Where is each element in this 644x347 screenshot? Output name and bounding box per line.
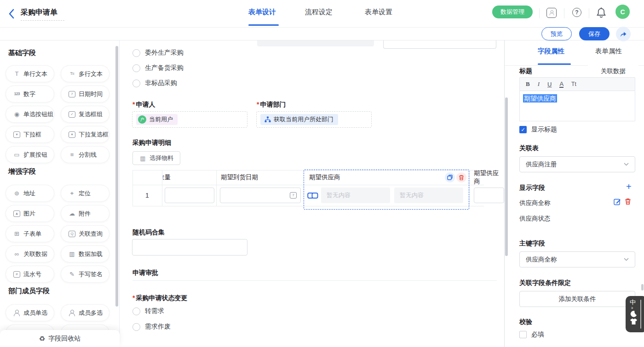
field-item-member-single[interactable]: 成员单选	[6, 304, 54, 321]
field-item-multi-line-text[interactable]: T≡多行文本	[61, 65, 109, 82]
tab-field-properties[interactable]: 字段属性	[538, 47, 564, 56]
department-field[interactable]: 获取当前用户所处部门	[256, 111, 372, 128]
radio-icon[interactable]	[132, 49, 140, 57]
field-item-data-load[interactable]: ▥数据加载	[61, 245, 109, 262]
column-header-qty[interactable]: 数量	[163, 170, 213, 185]
sidebar-scrollbar[interactable]	[115, 46, 118, 307]
bell-icon[interactable]	[596, 7, 606, 18]
add-display-field-button[interactable]: +	[626, 183, 632, 190]
column-header-expected-supplier[interactable]: 期望供应商	[309, 170, 401, 185]
italic-button[interactable]: I	[538, 80, 540, 88]
recycle-label: 字段回收站	[48, 335, 80, 343]
show-title-checkbox[interactable]: ✓	[519, 126, 527, 133]
department-chip[interactable]: 获取当前用户所处部门	[260, 114, 338, 125]
current-user-chip[interactable]: 户 当前用户	[136, 114, 178, 125]
select-value: 供应商全称	[526, 256, 557, 264]
tab-flow-setting[interactable]: 流程设定	[305, 8, 333, 17]
approval-section-title: 申请审批	[132, 269, 158, 277]
field-item-signature[interactable]: ✎手写签名	[61, 266, 109, 283]
expected-date-input[interactable]: 7	[220, 188, 301, 203]
field-item-dropdown[interactable]: ▾下拉框	[6, 126, 54, 143]
data-manage-button[interactable]: 数据管理	[492, 6, 533, 18]
field-item-extend-button[interactable]: ▭扩展按钮	[6, 146, 54, 163]
person-glyph	[549, 10, 554, 15]
department-label: 申请部门	[257, 101, 286, 109]
radio-icon[interactable]	[132, 323, 140, 331]
add-condition-button[interactable]: 添加关联条件	[519, 291, 635, 307]
radio-option[interactable]: 转需求	[132, 307, 164, 315]
theme-shirt-icon[interactable]	[630, 318, 638, 325]
dark-mode-moon-icon[interactable]	[630, 310, 637, 318]
applicant-field[interactable]: 户 当前用户	[132, 111, 247, 128]
help-icon[interactable]: ?	[572, 8, 581, 17]
bold-button[interactable]: B	[526, 80, 530, 88]
relation-table-select[interactable]: 供应商注册	[519, 156, 635, 172]
font-color-button[interactable]: A	[559, 81, 564, 88]
qty-input[interactable]	[165, 188, 214, 203]
field-item-location[interactable]: ⌖定位	[61, 185, 109, 202]
radio-option[interactable]: 生产备货采购	[132, 64, 184, 72]
field-title-editor[interactable]: 期望供应商	[519, 91, 635, 121]
display-field-item[interactable]: 供应商全称	[519, 199, 551, 207]
divider	[539, 8, 540, 18]
field-item-single-line-text[interactable]: T单行文本	[6, 65, 54, 82]
field-item-radio-group[interactable]: ◉单选按钮组	[6, 106, 54, 123]
title-edit-underline[interactable]	[21, 20, 64, 21]
delete-column-button[interactable]	[456, 172, 466, 182]
save-button[interactable]: 保存	[579, 27, 610, 40]
radio-icon[interactable]	[132, 307, 140, 315]
font-size-button[interactable]: Tt	[571, 81, 576, 87]
section-divider	[132, 280, 497, 281]
field-item-checkbox-group[interactable]: ✓复选框组	[61, 106, 109, 123]
field-item-number[interactable]: 123数字	[6, 85, 54, 102]
random-code-input[interactable]	[132, 239, 247, 256]
sub-form-icon: ⊞	[13, 231, 20, 237]
ime-icon[interactable]: 中	[630, 299, 636, 306]
field-item-attachment[interactable]: ☁附件	[61, 205, 109, 222]
delete-field-icon[interactable]	[625, 198, 631, 205]
tab-form-setting[interactable]: 表单设置	[365, 8, 392, 17]
copy-column-button[interactable]	[445, 172, 455, 182]
panel-scrollbar[interactable]	[641, 284, 644, 290]
share-button[interactable]	[616, 27, 631, 41]
column-header-expected-date[interactable]: 期望到货日期	[221, 170, 304, 185]
preview-button[interactable]: 预览	[541, 27, 572, 40]
field-label: 成员多选	[79, 309, 103, 317]
radio-option[interactable]: 需求作废	[132, 323, 171, 331]
avatar[interactable]: C	[615, 5, 630, 19]
field-item-serial-number[interactable]: #流水号	[6, 266, 54, 283]
field-item-member-multi[interactable]: 成员多选	[61, 304, 109, 321]
form-designer-app: 采购申请单 表单设计 流程设定 表单设置 数据管理 ? C ⊘ 表单外链 </>…	[0, 0, 644, 347]
field-label: 复选框组	[79, 110, 103, 119]
field-item-sub-form[interactable]: ⊞子表单	[6, 225, 54, 242]
required-checkbox[interactable]	[519, 331, 527, 338]
field-recycle-bin[interactable]: ♻ 字段回收站	[0, 330, 120, 347]
canvas-scrollbar[interactable]	[505, 97, 508, 256]
select-material-button[interactable]: ▥ 选择物料	[132, 151, 180, 165]
data-load-icon: ▥	[69, 251, 75, 257]
back-icon[interactable]	[8, 9, 15, 19]
edit-field-icon[interactable]	[614, 198, 621, 205]
field-item-multi-dropdown[interactable]: ▾下拉复选框	[61, 126, 109, 143]
field-item-relation-data[interactable]: ∞关联数据	[6, 245, 54, 262]
radio-option[interactable]: 非标品采购	[132, 79, 177, 87]
radio-option[interactable]: 委外生产采购	[132, 49, 184, 57]
field-item-datetime[interactable]: 7日期时间	[61, 85, 109, 102]
browser-extension-widget[interactable]: 中 ɔ	[626, 296, 644, 332]
radio-icon[interactable]	[132, 64, 140, 72]
supplier2-input[interactable]	[474, 188, 504, 203]
underline-button[interactable]: U	[547, 81, 552, 88]
radio-icon[interactable]	[132, 80, 140, 87]
column-header-expected-supplier-2[interactable]: 期望供应商	[474, 170, 504, 185]
tab-form-properties[interactable]: 表单属性	[595, 47, 622, 56]
tab-form-design[interactable]: 表单设计	[248, 8, 276, 17]
relation-data-icon[interactable]	[307, 192, 318, 199]
display-field-item[interactable]: 供应商状态	[519, 215, 551, 223]
field-item-image[interactable]: ▲图片	[6, 205, 54, 222]
field-label: 流水号	[23, 270, 41, 279]
primary-field-select[interactable]: 供应商全称	[519, 251, 635, 267]
field-item-divider-line[interactable]: ≡分割线	[61, 146, 109, 163]
contacts-icon[interactable]	[546, 8, 557, 18]
field-item-address[interactable]: ⊚地址	[6, 185, 54, 202]
field-item-relation-query[interactable]: Q关联查询	[61, 225, 109, 242]
